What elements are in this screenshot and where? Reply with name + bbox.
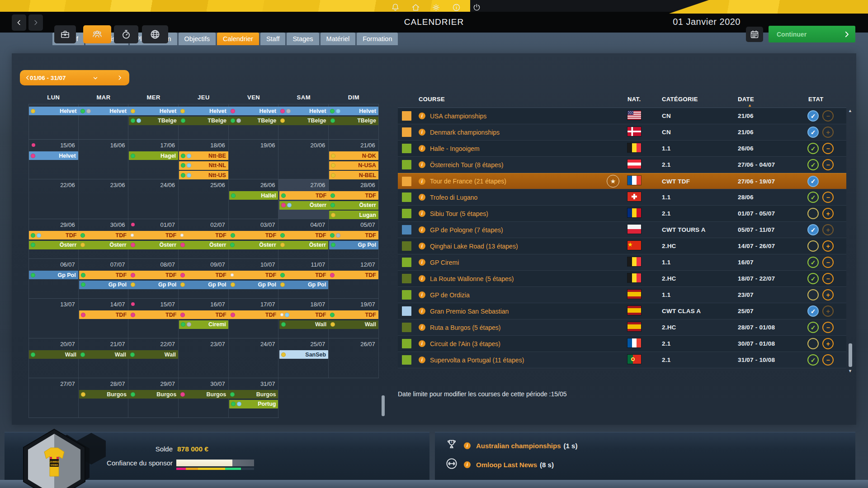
day-cell[interactable]: 16/06: [79, 140, 129, 179]
power-icon[interactable]: [471, 2, 482, 13]
minus-icon[interactable]: −: [822, 159, 834, 170]
calendar-scrollbar[interactable]: [382, 104, 385, 418]
day-cell[interactable]: 24/06: [128, 179, 179, 219]
settings-icon[interactable]: [430, 2, 441, 13]
day-cell[interactable]: 22/06: [28, 179, 79, 219]
home-icon[interactable]: [410, 2, 421, 13]
plus-dim-icon[interactable]: +: [822, 305, 834, 317]
day-cell[interactable]: 23/06: [79, 179, 129, 219]
event-bar[interactable]: N-USA: [329, 161, 378, 170]
check-blue-icon[interactable]: ✓: [807, 224, 819, 235]
table-row[interactable]: iQinghai Lake Road (13 étapes)2.HC14/07 …: [398, 238, 846, 254]
check-green-icon[interactable]: ✓: [807, 257, 819, 268]
news-item[interactable]: iOmloop Last News(8 s): [445, 457, 554, 472]
news-item[interactable]: 1iAustralian championships(1 s): [445, 438, 577, 453]
date-picker-button[interactable]: [746, 27, 763, 42]
day-cell[interactable]: 24/07: [229, 338, 279, 378]
minus-icon[interactable]: −: [822, 273, 834, 284]
table-row[interactable]: iHalle - Ingooigem1.126/06✓−: [398, 141, 846, 157]
day-cell[interactable]: 23/07: [179, 338, 229, 378]
menu-team-icon[interactable]: [83, 25, 111, 43]
plus-icon[interactable]: +: [822, 208, 834, 219]
day-cell[interactable]: 26/07: [329, 338, 379, 378]
day-cell[interactable]: 27/07: [28, 378, 79, 418]
calendar-range-selector[interactable]: 01/06 - 31/07: [20, 70, 129, 85]
table-row[interactable]: iDenmark championshipsCN21/06✓+: [398, 124, 846, 141]
event-bar[interactable]: ÖsterrÖsterrÖsterrÖsterrÖsterrÖsterr: [29, 241, 328, 249]
check-blue-icon[interactable]: ✓: [807, 127, 819, 138]
tab-mat-riel[interactable]: Matériel: [321, 33, 356, 45]
event-bar[interactable]: Helvet: [29, 151, 78, 160]
table-row[interactable]: iGran Premio San SebastianCWT CLAS A25/0…: [398, 303, 846, 319]
plus-dim-icon[interactable]: +: [822, 127, 834, 138]
team-badge[interactable]: JUMBO VISMA: [19, 428, 90, 488]
event-bar[interactable]: HelvetHelvetHelvetHelvetHelvetHelvetHelv…: [29, 107, 378, 115]
event-bar[interactable]: Gp Pol: [329, 241, 378, 249]
event-bar[interactable]: TBelgeTBelgeTBelgeTBelgeTBelge: [129, 117, 378, 125]
plus-icon[interactable]: +: [822, 289, 834, 300]
table-row[interactable]: iSibiu Tour (5 étapes)2.101/07 - 05/07+: [398, 206, 846, 222]
table-row[interactable]: iTrofeo di Lugano1.128/06✓−: [398, 189, 846, 206]
bell-icon[interactable]: [390, 2, 401, 13]
event-bar[interactable]: Portug: [229, 400, 278, 408]
table-row[interactable]: iCircuit de l'Ain (3 étapes)2.130/07 - 0…: [398, 336, 846, 352]
plus-icon[interactable]: +: [822, 240, 834, 252]
info-icon[interactable]: [451, 2, 462, 13]
table-row[interactable]: iGP de Pologne (7 étapes)CWT TOURS A05/0…: [398, 222, 846, 238]
check-green-icon[interactable]: ✓: [807, 273, 819, 284]
event-bar[interactable]: SanSeb: [279, 350, 329, 359]
event-bar[interactable]: TDFTDFTDFTDFTDFTDFTDF: [29, 231, 378, 239]
event-bar[interactable]: TDFTDF: [279, 191, 378, 200]
event-bar[interactable]: Gp Pol: [29, 271, 78, 279]
event-bar[interactable]: Ntt-US: [179, 171, 228, 179]
plus-dim-icon[interactable]: +: [822, 224, 834, 235]
event-bar[interactable]: TDFTDFTDFTDFTDFTDF: [79, 271, 378, 279]
table-row[interactable]: iGP de Ordizia1.123/07+: [398, 287, 846, 303]
check-blue-icon[interactable]: ✓: [807, 305, 819, 317]
event-bar[interactable]: N-BEL: [329, 171, 378, 179]
event-bar[interactable]: Gp PolGp PolGp PolGp PolGp Pol: [79, 281, 329, 289]
day-cell[interactable]: 13/07: [28, 299, 79, 338]
race-table-scroll-thumb[interactable]: [849, 343, 852, 367]
event-bar[interactable]: Hallel: [229, 191, 278, 200]
event-bar[interactable]: Ntt-BE: [179, 151, 228, 160]
table-row[interactable]: iRuta a Burgos (5 étapes)2.HC28/07 - 01/…: [398, 319, 846, 336]
table-row[interactable]: iGP Ciremi1.116/07✓−: [398, 254, 846, 271]
scroll-up-icon[interactable]: ▲: [848, 108, 852, 113]
empty-icon[interactable]: [807, 240, 819, 252]
check-green-icon[interactable]: ✓: [807, 322, 819, 333]
check-green-icon[interactable]: ✓: [807, 143, 819, 154]
table-row[interactable]: iLa Route Wallonne (5 étapes)2.HC18/07 -…: [398, 271, 846, 287]
event-bar[interactable]: Ntt-NL: [179, 161, 228, 170]
table-row[interactable]: iUSA championshipsCN21/06✓−: [398, 108, 846, 124]
day-cell[interactable]: 20/06: [278, 140, 329, 179]
menu-briefcase-icon[interactable]: [54, 25, 76, 43]
menu-globe-icon[interactable]: [142, 25, 168, 43]
tab-staff[interactable]: Staff: [260, 33, 286, 45]
scroll-down-icon[interactable]: ▼: [848, 369, 852, 373]
minus-icon[interactable]: −: [822, 192, 834, 203]
check-blue-icon[interactable]: ✓: [807, 176, 819, 187]
minus-icon[interactable]: −: [822, 354, 834, 366]
tab-stages[interactable]: Stages: [287, 33, 319, 45]
header-date[interactable]: DATE▲: [730, 96, 806, 108]
tab-calendrier[interactable]: Calendrier: [217, 33, 259, 45]
event-bar[interactable]: Ciremi: [179, 320, 228, 329]
event-bar[interactable]: Lugan: [329, 211, 378, 219]
check-green-icon[interactable]: ✓: [807, 159, 819, 170]
event-bar[interactable]: N-DK: [329, 151, 378, 160]
event-bar[interactable]: ÖsterrÖsterr: [279, 201, 378, 210]
plus-icon[interactable]: +: [822, 338, 834, 349]
check-green-icon[interactable]: ✓: [807, 192, 819, 203]
table-row[interactable]: iÖsterreich Tour (8 étapes)2.127/06 - 04…: [398, 157, 846, 173]
event-bar[interactable]: TDFTDFTDFTDFTDFTDF: [79, 310, 378, 319]
empty-icon[interactable]: [807, 289, 819, 300]
table-row[interactable]: iTour de France (21 étapes)★CWT TDF27/06…: [398, 173, 846, 189]
empty-icon[interactable]: [807, 208, 819, 219]
minus-icon[interactable]: −: [822, 143, 834, 154]
event-bar[interactable]: Hagel: [129, 151, 178, 160]
tab-objectifs[interactable]: Objectifs: [179, 33, 216, 45]
table-row[interactable]: iSupervolta a Portugal (11 étapes)2.131/…: [398, 352, 846, 368]
event-bar[interactable]: WallWall: [279, 320, 378, 329]
race-table-scrollbar[interactable]: ▲ ▼: [848, 108, 852, 371]
